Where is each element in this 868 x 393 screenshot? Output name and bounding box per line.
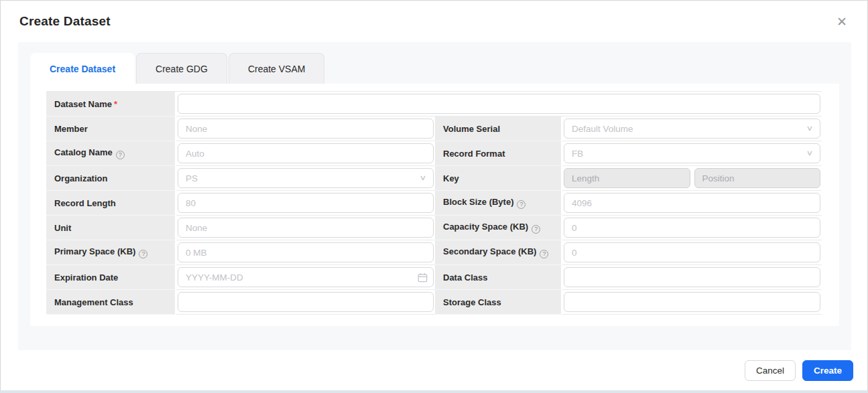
create-button[interactable]: Create <box>802 360 853 381</box>
capacity-space-input[interactable] <box>564 218 820 238</box>
chevron-down-icon: ∨ <box>420 173 427 182</box>
modal-footer: Cancel Create <box>1 350 867 390</box>
catalog-name-label: Catalog Name? <box>46 141 176 166</box>
field-label-text: Member <box>54 124 88 134</box>
management-class-input[interactable] <box>178 292 434 312</box>
organization-label: Organization <box>46 166 176 191</box>
expiration-date-input-wrap <box>178 267 434 287</box>
form-row: Expiration DateData Class <box>46 265 822 290</box>
secondary-space-input[interactable] <box>564 242 820 262</box>
close-icon[interactable]: ✕ <box>836 15 847 28</box>
form-row: UnitCapacity Space (KB)? <box>46 216 822 240</box>
form-table: Dataset Name*MemberVolume SerialDefault … <box>46 91 822 315</box>
required-asterisk: * <box>114 99 117 109</box>
storage-class-input-cell <box>562 290 822 315</box>
volume-serial-select-cell: Default Volume∨ <box>562 116 822 141</box>
field-label-text: Storage Class <box>443 297 501 307</box>
record-format-label: Record Format <box>435 141 562 166</box>
capacity-space-input-cell <box>562 216 822 240</box>
chevron-down-icon: ∨ <box>806 149 814 157</box>
field-label-text: Secondary Space (KB) <box>443 246 536 256</box>
form-row: Management ClassStorage Class <box>46 290 822 315</box>
select-placeholder: Default Volume <box>572 124 633 134</box>
organization-select[interactable]: PS∨ <box>178 168 434 188</box>
key-position-input <box>694 168 821 188</box>
block-size-byte-label: Block Size (Byte)? <box>435 191 562 216</box>
unit-input[interactable] <box>178 218 434 238</box>
secondary-space-input-cell <box>562 240 822 265</box>
form-row: OrganizationPS∨Key <box>46 166 822 191</box>
field-label-text: Unit <box>54 223 71 233</box>
key-group <box>564 168 820 188</box>
management-class-label: Management Class <box>46 290 176 315</box>
record-length-label: Record Length <box>46 191 176 216</box>
tab-bar: Create DatasetCreate GDGCreate VSAM <box>30 53 839 84</box>
data-class-input-cell <box>562 265 822 290</box>
cancel-button[interactable]: Cancel <box>745 360 796 381</box>
key-cell <box>562 166 822 191</box>
primary-space-kb-label: Primary Space (KB)? <box>46 240 176 265</box>
data-class-label: Data Class <box>435 265 562 290</box>
field-label-text: Record Length <box>54 198 116 208</box>
key-length-input <box>564 168 690 188</box>
record-length-input-cell <box>176 191 435 216</box>
help-icon[interactable]: ? <box>540 250 548 258</box>
tab-create-vsam[interactable]: Create VSAM <box>229 53 325 84</box>
help-icon[interactable]: ? <box>517 200 525 209</box>
expiration-date-input-cell <box>176 265 435 290</box>
field-label-text: Key <box>443 173 459 183</box>
record-format-select[interactable]: FB∨ <box>564 143 820 163</box>
dataset-name-input-cell <box>176 92 822 116</box>
field-label-text: Block Size (Byte) <box>443 197 513 207</box>
unit-input-cell <box>176 216 435 240</box>
field-label-text: Organization <box>54 173 107 183</box>
help-icon[interactable]: ? <box>532 225 540 234</box>
modal-header: Create Dataset ✕ <box>1 1 867 42</box>
form-row: Primary Space (KB)?Secondary Space (KB)? <box>46 240 822 265</box>
block-size-input[interactable] <box>564 193 820 213</box>
unit-label: Unit <box>46 216 176 240</box>
tab-create-gdg[interactable]: Create GDG <box>136 53 227 84</box>
field-label-text: Capacity Space (KB) <box>443 222 528 232</box>
member-label: Member <box>46 116 176 141</box>
calendar-icon[interactable] <box>418 272 428 283</box>
expiration-date-input[interactable] <box>178 267 434 287</box>
field-label-text: Volume Serial <box>443 124 500 134</box>
primary-space-input[interactable] <box>178 242 434 262</box>
organization-select-cell: PS∨ <box>176 166 435 191</box>
member-input[interactable] <box>178 119 434 139</box>
form-row: MemberVolume SerialDefault Volume∨ <box>46 116 822 141</box>
catalog-name-input[interactable] <box>178 143 434 163</box>
help-icon[interactable]: ? <box>139 250 147 258</box>
chevron-down-icon: ∨ <box>806 124 814 133</box>
page-background-strip <box>0 390 868 393</box>
create-dataset-modal: Create Dataset ✕ Create DatasetCreate GD… <box>0 0 868 390</box>
field-label-text: Data Class <box>443 272 487 283</box>
field-label-text: Primary Space (KB) <box>54 246 135 256</box>
block-size-input-cell <box>562 191 822 216</box>
catalog-name-input-cell <box>176 141 435 166</box>
storage-class-input[interactable] <box>564 292 820 312</box>
key-label: Key <box>435 166 562 191</box>
tab-create-dataset[interactable]: Create Dataset <box>30 53 135 84</box>
secondary-space-kb-label: Secondary Space (KB)? <box>435 240 562 265</box>
volume-serial-label: Volume Serial <box>435 116 562 141</box>
dataset-name-label: Dataset Name* <box>46 92 176 116</box>
help-icon[interactable]: ? <box>116 151 125 159</box>
field-label-text: Expiration Date <box>54 272 118 283</box>
page-title: Create Dataset <box>19 14 111 29</box>
volume-serial-select[interactable]: Default Volume∨ <box>564 119 820 139</box>
record-length-input[interactable] <box>178 193 434 213</box>
storage-class-label: Storage Class <box>435 290 562 315</box>
data-class-input[interactable] <box>564 267 820 287</box>
field-label-text: Dataset Name <box>54 99 112 109</box>
form-row: Record LengthBlock Size (Byte)? <box>46 191 822 216</box>
dataset-name-input[interactable] <box>178 94 820 114</box>
field-label-text: Record Format <box>443 149 505 159</box>
select-placeholder: FB <box>572 149 583 159</box>
field-label-text: Management Class <box>54 297 133 307</box>
primary-space-input-cell <box>176 240 435 265</box>
record-format-select-cell: FB∨ <box>562 141 822 166</box>
select-placeholder: PS <box>186 173 198 183</box>
form-row: Catalog Name?Record FormatFB∨ <box>46 141 822 166</box>
